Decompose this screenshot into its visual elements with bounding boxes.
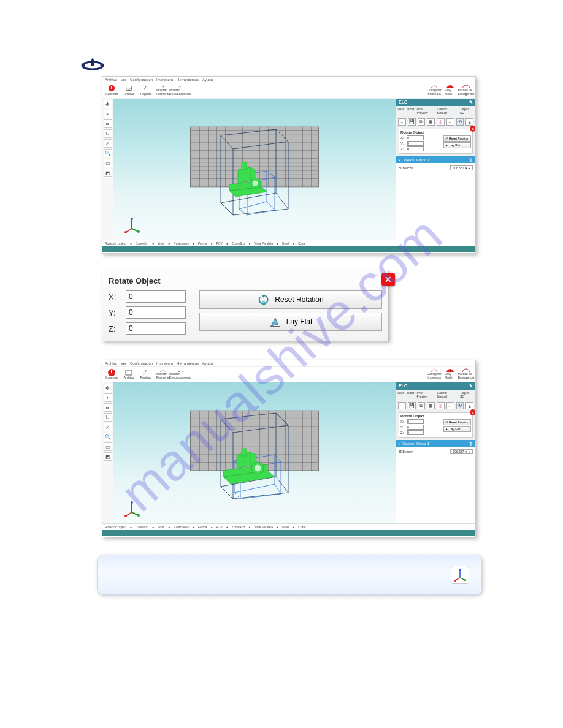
tool-zoom-icon[interactable]: + — [104, 110, 112, 118]
input-x[interactable] — [407, 419, 424, 424]
input-z[interactable] — [126, 322, 186, 335]
add-object-icon[interactable]: + — [398, 402, 406, 409]
scale-icon[interactable]: ↔ — [446, 402, 454, 409]
menu-view[interactable]: Ver — [121, 78, 126, 82]
travel-button[interactable]: Mostrar Desplazamiento — [175, 85, 186, 96]
emergency-button[interactable]: Parada de Emergencia — [461, 85, 472, 96]
tool-parallel-icon[interactable]: ▭ — [104, 442, 112, 451]
travel-button[interactable]: Mostrar Desplazamiento — [175, 368, 186, 379]
center-icon[interactable]: ◎ — [437, 118, 445, 126]
tab-slicer[interactable]: Slicer — [407, 107, 415, 115]
menu-file[interactable]: Archivo — [105, 362, 117, 365]
center-icon[interactable]: ◎ — [437, 402, 445, 409]
emergency-button[interactable]: Parada de Emergencia — [461, 368, 472, 379]
configure-button[interactable]: Configurar Impresora — [429, 85, 440, 96]
tab-manual[interactable]: Control Manual — [437, 391, 458, 398]
load-button[interactable]: Archivo — [123, 368, 134, 379]
viewport-3d[interactable] — [113, 382, 396, 523]
easy-mode-button[interactable]: E Easy Mode — [445, 85, 456, 96]
tool-rotate-icon[interactable]: ↻ — [104, 413, 112, 422]
menu-help[interactable]: Ayuda — [202, 362, 213, 365]
delete-icon[interactable]: 🗑 — [469, 158, 473, 162]
filament-button[interactable]: Mostrar Filamento — [158, 368, 169, 379]
menu-config[interactable]: Configuración — [130, 362, 153, 365]
copy-icon[interactable]: ⧉ — [418, 118, 426, 126]
tool-view-icon[interactable]: ◩ — [104, 452, 112, 461]
load-button[interactable]: Archivo — [123, 85, 134, 96]
input-z[interactable] — [407, 146, 424, 151]
menu-config[interactable]: Configuración — [130, 78, 153, 82]
menu-printer[interactable]: Impresora — [156, 78, 173, 82]
tab-sd[interactable]: Tarjeta SD — [460, 391, 474, 398]
scale-icon[interactable]: ↔ — [446, 118, 454, 126]
tool-move-icon[interactable]: ✥ — [104, 100, 112, 108]
model-benchy[interactable] — [220, 445, 278, 487]
menu-tools[interactable]: Herramientas — [177, 362, 199, 365]
edit-icon[interactable]: ✎ — [469, 100, 473, 105]
object-group-header[interactable]: ▸ Objetos: Grupo 1 🗑 — [396, 440, 475, 447]
input-x[interactable] — [126, 290, 186, 303]
tab-manual[interactable]: Control Manual — [437, 107, 458, 115]
tool-magnify-icon[interactable]: 🔍 — [104, 433, 112, 441]
tab-preview[interactable]: Print Preview — [417, 107, 435, 115]
axis-button[interactable] — [451, 566, 469, 584]
tool-magnify-icon[interactable]: 🔍 — [104, 149, 112, 157]
lay-flat-button[interactable]: Lay Flat — [199, 313, 382, 331]
menu-file[interactable]: Archivo — [105, 78, 117, 82]
add-object-icon[interactable]: + — [398, 118, 406, 126]
delete-icon[interactable]: 🗑 — [469, 442, 473, 446]
tab-view[interactable]: Vista — [397, 391, 404, 398]
copy-icon[interactable]: ⧉ — [418, 402, 426, 409]
rotate-tool-icon[interactable]: ⟲ — [456, 118, 464, 126]
input-y[interactable] — [407, 141, 424, 146]
tab-preview[interactable]: Print Preview — [417, 391, 435, 398]
menu-view[interactable]: Ver — [121, 362, 126, 365]
mirror-icon[interactable]: ▲ — [465, 402, 473, 409]
log-button[interactable]: Registro — [140, 368, 151, 379]
tab-sd[interactable]: Tarjeta SD — [460, 107, 474, 115]
menu-printer[interactable]: Impresora — [156, 362, 173, 365]
tool-zoom-icon[interactable]: + — [104, 393, 112, 402]
tool-view-icon[interactable]: ◩ — [104, 169, 112, 177]
tool-pan-icon[interactable]: ⇔ — [104, 403, 112, 412]
menu-help[interactable]: Ayuda — [202, 78, 213, 82]
reset-rotation-button[interactable]: Reset Rotation — [199, 290, 382, 309]
model-benchy[interactable] — [224, 156, 274, 202]
input-x[interactable] — [407, 135, 424, 140]
tab-slicer[interactable]: Slicer — [407, 391, 415, 398]
tool-fit-icon[interactable]: ⤢ — [104, 423, 112, 431]
filament-button[interactable]: Mostrar Filamento — [158, 85, 169, 96]
save-icon[interactable]: 💾 — [408, 118, 416, 126]
input-y[interactable] — [407, 425, 424, 430]
reset-rotation-button[interactable]: ↺Reset Rotation — [443, 135, 471, 142]
rotate-tool-icon[interactable]: ⟲ — [456, 402, 464, 409]
connect-button[interactable]: Conectar — [106, 85, 117, 96]
viewport-3d[interactable] — [113, 99, 396, 240]
list-item[interactable]: 3DBenchy 106,587 ▾ ● — [399, 448, 473, 455]
tab-view[interactable]: Vista — [397, 107, 404, 115]
connect-button[interactable]: Conectar — [106, 368, 117, 379]
tool-move-icon[interactable]: ✥ — [104, 384, 112, 392]
log-button[interactable]: Registro — [140, 85, 151, 96]
close-icon[interactable]: × — [470, 126, 476, 132]
easy-mode-button[interactable]: Easy Mode — [445, 368, 456, 379]
tool-rotate-icon[interactable]: ↻ — [104, 129, 112, 138]
autoplace-icon[interactable]: ▦ — [427, 118, 435, 126]
tool-parallel-icon[interactable]: ▭ — [104, 159, 112, 167]
edit-icon[interactable]: ✎ — [469, 384, 473, 389]
save-icon[interactable]: 💾 — [408, 402, 416, 409]
lay-flat-button[interactable]: ▲Lay Flat — [443, 426, 471, 432]
configure-button[interactable]: Configurar Impresora — [429, 368, 440, 379]
lay-flat-button[interactable]: ▲Lay Flat — [443, 142, 471, 148]
input-y[interactable] — [126, 306, 186, 319]
autoplace-icon[interactable]: ▦ — [427, 402, 435, 409]
tool-pan-icon[interactable]: ⇔ — [104, 119, 112, 128]
tool-fit-icon[interactable]: ⤢ — [104, 139, 112, 148]
reset-rotation-button[interactable]: ↺Reset Rotation — [443, 419, 471, 425]
object-group-header[interactable]: ▸ Objetos: Grupo 1 🗑 — [396, 156, 475, 163]
input-z[interactable] — [407, 430, 424, 435]
close-icon[interactable]: × — [470, 409, 476, 415]
menu-tools[interactable]: Herramientas — [177, 78, 199, 82]
close-button[interactable]: ✕ — [381, 273, 395, 286]
list-item[interactable]: 3DBenchy 106,587 ▾ ● — [399, 164, 473, 172]
